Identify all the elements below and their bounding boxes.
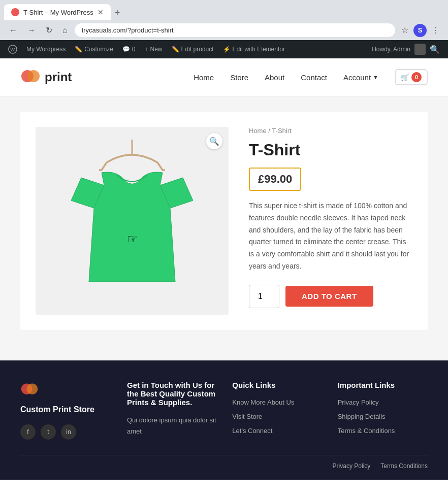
wp-admin-bar: W My Wordpress ✏️ Customize 💬 0 + New ✏️… — [0, 40, 448, 58]
breadcrumb-separator: / — [268, 127, 270, 135]
browser-address-bar: ← → ↻ ⌂ ☆ S ⋮ — [0, 20, 448, 40]
footer-quick-links-list: Know More About Us Visit Store Let's Con… — [232, 397, 322, 435]
back-button[interactable]: ← — [6, 24, 20, 37]
footer-quick-links-column: Quick Links Know More About Us Visit Sto… — [232, 381, 322, 440]
footer-link-item: Know More About Us — [232, 397, 322, 407]
site-logo[interactable]: print — [20, 67, 72, 87]
tab-close-button[interactable]: ✕ — [98, 8, 104, 16]
footer-brand-name: Custom Print Store — [20, 405, 112, 414]
product-title: T-Shirt — [249, 141, 412, 159]
breadcrumb-current: T-Shirt — [272, 127, 291, 135]
svg-text:W: W — [11, 47, 15, 52]
wp-customize-label: Customize — [84, 46, 113, 53]
wp-customize-item[interactable]: ✏️ Customize — [71, 40, 117, 58]
footer-privacy-link[interactable]: Privacy Policy — [333, 462, 371, 470]
footer-tagline-column: Get in Touch with Us for the Best Qualit… — [127, 381, 217, 440]
quick-link-2[interactable]: Let's Connect — [232, 427, 272, 435]
footer-quick-links-heading: Quick Links — [232, 381, 322, 389]
home-button[interactable]: ⌂ — [59, 24, 71, 37]
wp-howdy-text: Howdy, Admin — [368, 46, 414, 53]
quick-link-1[interactable]: Visit Store — [232, 413, 262, 420]
wp-admin-avatar[interactable] — [414, 44, 426, 55]
bookmark-button[interactable]: ☆ — [399, 23, 410, 37]
wp-edit-product-label: Edit product — [181, 46, 214, 53]
svg-point-6 — [27, 383, 38, 394]
wp-elementor-icon: ⚡ — [223, 46, 231, 53]
wp-customize-icon: ✏️ — [75, 46, 82, 53]
wp-new-label: New — [150, 46, 163, 53]
product-details: Home / T-Shirt T-Shirt £99.00 This super… — [249, 127, 412, 315]
wp-edit-product-item[interactable]: ✏️ Edit product — [168, 40, 218, 58]
facebook-icon[interactable]: f — [20, 424, 36, 440]
quantity-input[interactable] — [249, 285, 279, 308]
footer-tagline-heading: Get in Touch with Us for the Best Qualit… — [127, 381, 217, 407]
product-price: £99.00 — [249, 168, 301, 191]
wp-edit-product-icon: ✏️ — [172, 46, 179, 53]
tab-title: T-Shirt – My WordPress — [23, 9, 93, 16]
address-bar-input[interactable] — [75, 23, 395, 37]
nav-account-label: Account — [343, 73, 371, 82]
footer-terms-link[interactable]: Terms Conditions — [380, 462, 428, 470]
quick-link-0[interactable]: Know More About Us — [232, 399, 294, 406]
logo-icon — [20, 67, 41, 87]
wp-search-button[interactable]: 🔍 — [426, 45, 444, 54]
footer-bottom: Privacy Policy Terms Conditions — [20, 455, 428, 470]
instagram-icon[interactable]: in — [61, 424, 76, 440]
footer-important-links-heading: Important Links — [338, 381, 428, 389]
wp-elementor-label: Edit with Elementor — [233, 46, 285, 53]
nav-home[interactable]: Home — [194, 73, 214, 82]
cart-icon: 🛒 — [401, 74, 409, 81]
chevron-down-icon: ▼ — [373, 74, 378, 80]
wp-comments-item[interactable]: 💬 0 — [118, 40, 140, 58]
forward-button[interactable]: → — [24, 24, 39, 37]
important-link-0[interactable]: Privacy Policy — [338, 399, 379, 406]
footer-important-links-column: Important Links Privacy Policy Shipping … — [338, 381, 428, 440]
footer-bottom-links: Privacy Policy Terms Conditions — [333, 462, 428, 470]
new-tab-button[interactable]: + — [111, 6, 124, 20]
breadcrumb: Home / T-Shirt — [249, 127, 412, 135]
wp-my-wordpress-label: My Wordpress — [26, 46, 66, 53]
product-container: 🔍 — [20, 112, 428, 330]
product-description: This super nice t-shirt is made of 100% … — [249, 200, 412, 273]
browser-tab-bar: T-Shirt – My WordPress ✕ + — [0, 0, 448, 20]
active-browser-tab[interactable]: T-Shirt – My WordPress ✕ — [4, 4, 111, 20]
menu-button[interactable]: ⋮ — [430, 23, 442, 37]
footer-important-links-list: Privacy Policy Shipping Details Terms & … — [338, 397, 428, 435]
wp-comments-icon: 💬 — [122, 46, 130, 53]
wp-logo-item[interactable]: W — [4, 40, 21, 58]
footer-link-item: Privacy Policy — [338, 397, 428, 407]
wp-comments-count: 0 — [132, 46, 136, 53]
add-to-cart-row: ADD TO CART — [249, 285, 412, 308]
wp-new-icon: + — [145, 46, 148, 53]
footer-logo-icon — [20, 381, 39, 399]
nav-contact[interactable]: Contact — [301, 73, 327, 82]
breadcrumb-home[interactable]: Home — [249, 127, 267, 135]
footer-social-links: f t in — [20, 424, 112, 440]
nav-account[interactable]: Account ▼ — [343, 73, 378, 82]
nav-store[interactable]: Store — [230, 73, 248, 82]
wp-new-item[interactable]: + New — [141, 40, 167, 58]
nav-about[interactable]: About — [265, 73, 284, 82]
wp-my-wordpress-item[interactable]: My Wordpress — [22, 40, 70, 58]
site-footer: Custom Print Store f t in Get in Touch w… — [0, 360, 448, 480]
svg-point-3 — [27, 70, 40, 82]
important-link-2[interactable]: Terms & Conditions — [338, 427, 395, 435]
tab-favicon — [11, 8, 19, 16]
add-to-cart-button[interactable]: ADD TO CART — [285, 286, 373, 307]
reload-button[interactable]: ↻ — [43, 23, 55, 37]
site-nav: Home Store About Contact Account ▼ 🛒 0 — [194, 69, 428, 85]
footer-brand-column: Custom Print Store f t in — [20, 381, 112, 440]
logo-text: print — [45, 70, 72, 84]
wp-elementor-item[interactable]: ⚡ Edit with Elementor — [219, 40, 289, 58]
footer-link-item: Visit Store — [232, 412, 322, 421]
footer-grid: Custom Print Store f t in Get in Touch w… — [20, 381, 428, 440]
twitter-icon[interactable]: t — [41, 424, 56, 440]
important-link-1[interactable]: Shipping Details — [338, 413, 386, 420]
footer-link-item: Let's Connect — [232, 426, 322, 435]
browser-action-buttons: ☆ S ⋮ — [399, 23, 442, 37]
profile-button[interactable]: S — [413, 24, 427, 37]
zoom-button[interactable]: 🔍 — [206, 133, 222, 149]
zoom-icon: 🔍 — [209, 137, 219, 146]
cart-button[interactable]: 🛒 0 — [395, 69, 428, 85]
wp-admin-bar-right: Howdy, Admin 🔍 — [368, 44, 444, 55]
